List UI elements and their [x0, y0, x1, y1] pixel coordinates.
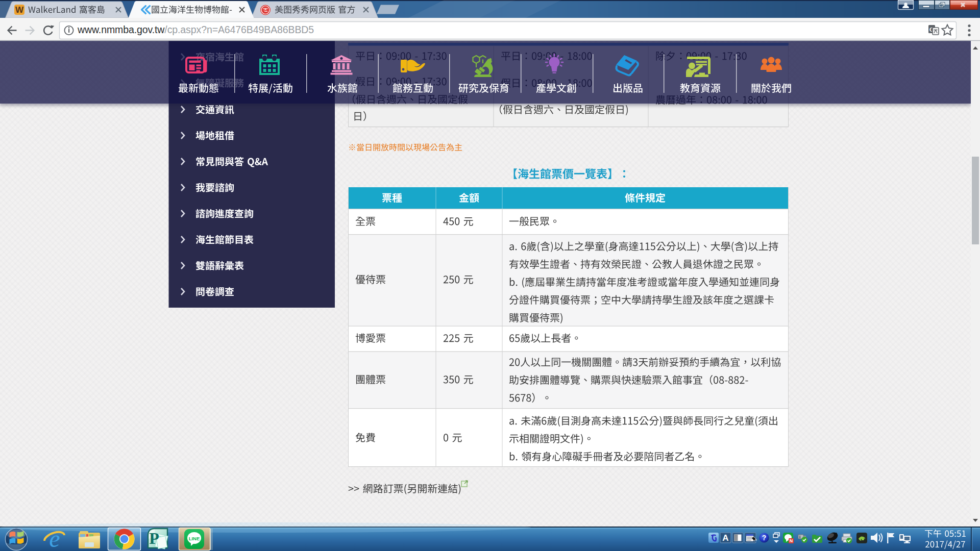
svg-text:?: ?: [762, 534, 767, 542]
svg-text:N: N: [790, 538, 793, 543]
svg-text:A: A: [722, 533, 728, 543]
svg-text:LINE: LINE: [189, 536, 200, 541]
svg-text:www.nmmba.gov.tw/cp.aspx?n=A64: www.nmmba.gov.tw/cp.aspx?n=A6476B49BA86B…: [77, 24, 314, 35]
svg-text:W: W: [15, 5, 24, 15]
svg-text:e: e: [49, 525, 60, 551]
svg-text:G: G: [929, 26, 934, 33]
svg-text:P: P: [149, 529, 159, 547]
